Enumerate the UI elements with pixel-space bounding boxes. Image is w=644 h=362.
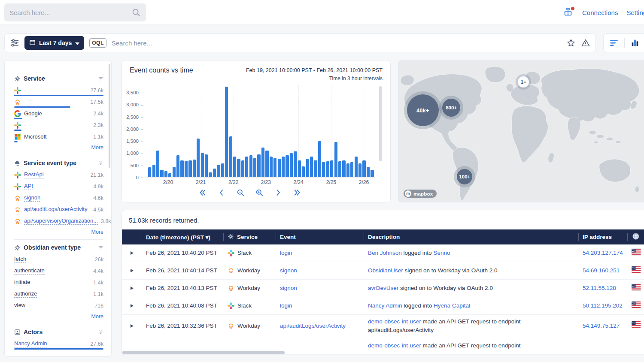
facet-item[interactable]: W17.5k xyxy=(14,96,103,108)
facet-item[interactable]: Wsignon4.6k xyxy=(14,192,103,204)
table-horizontal-scrollbar[interactable] xyxy=(122,351,285,354)
column-chart-view-icon[interactable] xyxy=(625,38,644,48)
map-cluster[interactable]: 1+ xyxy=(518,76,529,87)
map-cluster[interactable]: 40k+ xyxy=(407,94,439,126)
chart-y-tick-label: 0 xyxy=(136,175,143,180)
facet-item[interactable]: API4.9k xyxy=(14,181,103,192)
event-link[interactable]: signon xyxy=(280,267,297,274)
whats-new-gift-icon[interactable] xyxy=(563,7,574,18)
facet-value-label[interactable]: Microsoft xyxy=(24,133,47,140)
facet-more-link[interactable]: More xyxy=(14,229,103,235)
pager-last-button[interactable] xyxy=(293,188,301,197)
facet-item[interactable]: fetch26k xyxy=(14,253,103,265)
facet-value-label[interactable]: initiate xyxy=(14,279,30,287)
chart-y-tick-label: 2,000 xyxy=(126,127,143,132)
event-link[interactable]: api/auditLogs/userActivity xyxy=(280,323,346,329)
col-service-header[interactable]: Service xyxy=(223,229,276,244)
ip-link[interactable]: 54.69.160.251 xyxy=(583,267,620,274)
search-icon[interactable] xyxy=(131,8,141,17)
facet-item[interactable]: view716 xyxy=(14,300,103,311)
entity-link[interactable]: demo-obsec-int-user xyxy=(368,342,421,349)
entity-link[interactable]: Senrio xyxy=(433,250,450,256)
row-expand-button[interactable] xyxy=(122,343,142,348)
ip-link[interactable]: 54.203.127.174 xyxy=(583,250,623,256)
facet-value-label[interactable]: api/supervisoryOrganization... xyxy=(24,217,98,225)
facet-value-label[interactable]: signon xyxy=(24,194,40,202)
warning-triangle-icon[interactable] xyxy=(581,38,590,48)
entity-link[interactable]: Nancy Admin xyxy=(368,302,402,309)
facet-item[interactable]: Google2.4k xyxy=(14,108,103,119)
facet-more-link[interactable]: More xyxy=(14,314,103,320)
facet-value-label[interactable]: RestApi xyxy=(24,171,44,179)
facet-item[interactable]: authenticate4.4k xyxy=(14,265,103,277)
connections-link[interactable]: Connections xyxy=(582,9,618,16)
facet-item[interactable]: initiate1.4k xyxy=(14,277,103,288)
ip-link[interactable]: 54.149.75.127 xyxy=(583,323,620,329)
col-ip-header[interactable]: IP address xyxy=(578,229,627,244)
row-expand-button[interactable] xyxy=(122,266,142,275)
col-description-header[interactable]: Description xyxy=(364,229,578,244)
facet-value-label[interactable]: api/auditLogs/userActivity xyxy=(24,206,87,214)
us-flag-icon xyxy=(632,284,641,290)
facet-item[interactable]: 2.3k xyxy=(14,119,103,131)
row-expand-button[interactable] xyxy=(122,322,142,330)
row-chart-view-icon[interactable] xyxy=(604,38,624,48)
facet-value-label[interactable]: API xyxy=(24,183,33,190)
facet-item[interactable]: authorize1.1k xyxy=(14,288,103,300)
entity-link[interactable]: Ben Johnson xyxy=(368,250,402,256)
facet-item[interactable]: Wapi/supervisoryOrganization...3.8k xyxy=(14,215,103,227)
facet-item[interactable]: Nancy Admin27.6k xyxy=(14,338,103,350)
row-description: Ben Johnson logged into Senrio xyxy=(364,246,578,260)
chart-bar xyxy=(209,172,212,177)
us-flag-icon xyxy=(632,302,641,308)
facet-value-label[interactable]: Nancy Admin xyxy=(14,340,47,348)
map-cluster[interactable]: 800+ xyxy=(442,99,460,117)
row-expand-button[interactable] xyxy=(122,284,142,293)
geo-map-card[interactable]: 40k+800+1+100+ m mapbox xyxy=(398,60,644,202)
zoom-in-icon[interactable] xyxy=(255,188,264,197)
ip-link[interactable]: 50.112.195.202 xyxy=(583,302,623,309)
row-expand-button[interactable] xyxy=(122,302,142,310)
col-location-header[interactable] xyxy=(627,229,644,244)
global-search-box[interactable] xyxy=(4,3,146,21)
event-link[interactable]: login xyxy=(280,250,292,256)
facet-value-label[interactable]: authorize xyxy=(14,290,37,298)
map-cluster[interactable]: 100+ xyxy=(457,169,472,184)
chart-bar xyxy=(213,169,216,177)
facet-value-label[interactable]: view xyxy=(14,302,25,310)
facet-more-link[interactable]: More xyxy=(14,145,103,151)
sidebar-scrollbar[interactable] xyxy=(109,64,110,168)
row-expand-button[interactable] xyxy=(122,249,142,257)
facet-value-label[interactable]: fetch xyxy=(14,256,26,263)
settings-link[interactable]: Settings xyxy=(626,9,644,16)
event-link[interactable]: signon xyxy=(280,285,297,291)
entity-link[interactable]: ObsidianUser xyxy=(368,267,403,274)
facet-item[interactable]: Microsoft1.1k xyxy=(14,131,103,142)
chart-scrollbar[interactable] xyxy=(379,86,382,161)
facet-filter-funnel-icon[interactable] xyxy=(98,76,103,81)
facet-item[interactable]: 27.6k xyxy=(14,84,103,96)
date-range-button[interactable]: Last 7 days xyxy=(24,36,84,50)
query-search-input[interactable] xyxy=(112,39,561,47)
event-link[interactable]: login xyxy=(280,302,292,309)
zoom-out-icon[interactable] xyxy=(236,188,245,197)
facet-value-label[interactable]: Google xyxy=(24,110,42,117)
entity-link[interactable]: avrDevUser xyxy=(368,285,398,291)
facet-filter-funnel-icon[interactable] xyxy=(98,160,103,166)
facet-filter-funnel-icon[interactable] xyxy=(98,329,103,335)
facet-item[interactable]: Wapi/auditLogs/userActivity4.5k xyxy=(14,204,103,215)
col-date-header[interactable]: Date (timezone) (PST ▾) xyxy=(142,229,223,244)
col-event-header[interactable]: Event xyxy=(276,229,364,244)
entity-link[interactable]: demo-obsec-int-user xyxy=(368,318,421,325)
entity-link[interactable]: Hyena Capital xyxy=(434,302,470,309)
favorite-star-icon[interactable] xyxy=(566,38,576,48)
facet-filter-funnel-icon[interactable] xyxy=(98,245,103,250)
ip-link[interactable]: 52.11.55.128 xyxy=(583,285,616,291)
facet-item[interactable]: RestApi21.1k xyxy=(14,169,103,181)
pager-first-button[interactable] xyxy=(198,188,207,197)
pager-next-button[interactable] xyxy=(274,188,283,197)
facet-value-label[interactable]: authenticate xyxy=(14,267,45,275)
pager-prev-button[interactable] xyxy=(217,188,226,197)
global-search-input[interactable] xyxy=(9,9,128,16)
filters-sliders-icon[interactable] xyxy=(10,38,19,48)
